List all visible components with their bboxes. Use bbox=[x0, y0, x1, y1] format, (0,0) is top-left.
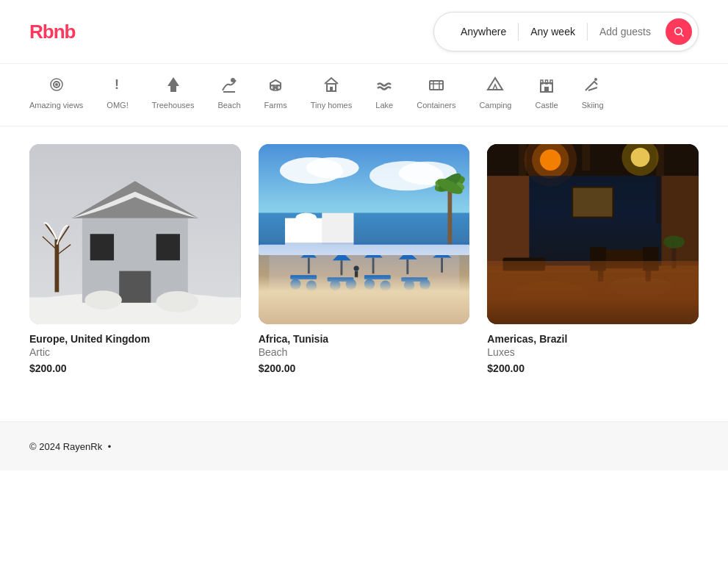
svg-rect-30 bbox=[119, 271, 151, 303]
skiing-icon bbox=[584, 76, 602, 96]
category-label-containers: Containers bbox=[417, 101, 455, 110]
listing-price-1: $200.00 bbox=[29, 362, 241, 374]
svg-text:!: ! bbox=[115, 77, 119, 92]
castle-icon bbox=[538, 76, 555, 96]
listing-type-1: Artic bbox=[29, 346, 241, 358]
dates-search[interactable]: Any week bbox=[519, 26, 587, 37]
svg-point-67 bbox=[364, 279, 374, 289]
listing-card-3[interactable]: Americas, BrazilLuxes$200.00 bbox=[487, 144, 699, 374]
listing-region-1: Europe, United Kingdom bbox=[29, 333, 241, 345]
omg-icon: ! bbox=[109, 76, 126, 96]
svg-marker-49 bbox=[300, 250, 317, 258]
svg-marker-51 bbox=[332, 251, 350, 260]
svg-rect-21 bbox=[544, 87, 549, 92]
category-label-farms: Farms bbox=[264, 101, 287, 110]
camping-icon bbox=[486, 76, 504, 96]
svg-rect-13 bbox=[430, 81, 443, 90]
category-label-omg: OMG! bbox=[107, 101, 128, 110]
svg-rect-80 bbox=[487, 144, 699, 176]
svg-rect-29 bbox=[156, 234, 180, 260]
category-item-amazing-views[interactable]: Amazing views bbox=[29, 76, 83, 114]
svg-rect-89 bbox=[487, 176, 530, 323]
svg-rect-90 bbox=[662, 176, 699, 323]
svg-point-7 bbox=[231, 78, 235, 82]
listing-price-2: $200.00 bbox=[259, 362, 470, 374]
category-label-tiny-homes: Tiny homes bbox=[311, 101, 352, 110]
listing-card-1[interactable]: Europe, United KingdomArtic$200.00 bbox=[29, 144, 241, 374]
svg-rect-58 bbox=[441, 258, 443, 273]
svg-rect-94 bbox=[487, 282, 699, 282]
svg-point-69 bbox=[403, 280, 414, 290]
category-label-lake: Lake bbox=[375, 101, 393, 110]
svg-point-46 bbox=[295, 212, 317, 223]
category-item-tiny-homes[interactable]: Tiny homes bbox=[311, 76, 352, 114]
svg-rect-82 bbox=[583, 144, 591, 171]
svg-marker-53 bbox=[364, 248, 382, 257]
category-item-beach[interactable]: Beach bbox=[217, 76, 240, 114]
svg-point-64 bbox=[306, 281, 316, 291]
svg-rect-56 bbox=[406, 260, 408, 274]
category-item-containers[interactable]: Containers bbox=[417, 76, 455, 114]
svg-rect-52 bbox=[340, 260, 342, 275]
svg-point-65 bbox=[330, 280, 340, 290]
category-item-castle[interactable]: Castle bbox=[535, 76, 558, 114]
listing-price-3: $200.00 bbox=[487, 362, 699, 374]
listing-card-2[interactable]: Africa, TunisiaBeach$200.00 bbox=[259, 144, 470, 374]
listing-image-2 bbox=[259, 144, 470, 324]
category-item-omg[interactable]: ! OMG! bbox=[107, 76, 128, 114]
svg-rect-62 bbox=[401, 277, 428, 282]
logo[interactable]: Rbnb bbox=[29, 21, 75, 43]
category-label-treehouses: Treehouses bbox=[152, 101, 195, 110]
listing-type-2: Beach bbox=[259, 346, 470, 358]
category-item-lake[interactable]: Lake bbox=[375, 76, 393, 114]
svg-rect-61 bbox=[364, 275, 390, 279]
category-item-treehouses[interactable]: Treehouses bbox=[152, 76, 195, 114]
search-button[interactable] bbox=[666, 18, 692, 45]
svg-point-98 bbox=[609, 277, 672, 296]
svg-rect-100 bbox=[598, 268, 603, 282]
search-icon bbox=[673, 26, 685, 37]
svg-rect-93 bbox=[487, 271, 699, 272]
svg-point-36 bbox=[85, 290, 122, 310]
footer: © 2024 RayenRk • bbox=[0, 421, 728, 471]
amazing-views-icon bbox=[48, 76, 65, 96]
lake-icon bbox=[375, 76, 393, 96]
svg-rect-45 bbox=[322, 212, 353, 249]
category-label-camping: Camping bbox=[479, 101, 511, 110]
svg-point-97 bbox=[513, 282, 588, 303]
treehouses-icon bbox=[165, 76, 182, 96]
svg-rect-20 bbox=[550, 80, 552, 84]
svg-point-63 bbox=[290, 279, 300, 289]
category-label-skiing: Skiing bbox=[582, 101, 604, 110]
category-item-farms[interactable]: Farms bbox=[264, 76, 287, 114]
header: Rbnb Anywhere Any week Add guests bbox=[0, 0, 728, 64]
svg-point-37 bbox=[156, 291, 199, 312]
svg-line-1 bbox=[681, 34, 683, 36]
svg-rect-60 bbox=[327, 277, 353, 282]
location-search[interactable]: Anywhere bbox=[449, 26, 518, 37]
svg-rect-28 bbox=[90, 234, 114, 260]
guests-search[interactable]: Add guests bbox=[588, 26, 663, 37]
svg-rect-78 bbox=[355, 271, 358, 278]
containers-icon bbox=[428, 76, 445, 96]
listing-type-3: Luxes bbox=[487, 346, 699, 358]
svg-point-22 bbox=[594, 78, 597, 81]
svg-point-40 bbox=[306, 157, 358, 179]
svg-rect-31 bbox=[55, 239, 60, 292]
svg-rect-92 bbox=[487, 265, 699, 323]
footer-copyright: © 2024 RayenRk • bbox=[29, 441, 114, 452]
svg-rect-95 bbox=[487, 292, 699, 293]
svg-point-4 bbox=[55, 83, 58, 86]
category-label-beach: Beach bbox=[217, 101, 240, 110]
svg-point-68 bbox=[380, 281, 390, 291]
category-item-camping[interactable]: Camping bbox=[479, 76, 511, 114]
listing-region-2: Africa, Tunisia bbox=[259, 333, 470, 345]
category-item-skiing[interactable]: Skiing bbox=[582, 76, 604, 114]
svg-rect-59 bbox=[290, 275, 317, 279]
svg-marker-57 bbox=[433, 250, 451, 258]
listing-image-3 bbox=[487, 144, 699, 324]
svg-rect-104 bbox=[503, 258, 546, 271]
svg-marker-6 bbox=[167, 77, 179, 92]
main-content: Europe, United KingdomArtic$200.00 bbox=[0, 126, 728, 392]
svg-rect-76 bbox=[259, 245, 470, 255]
